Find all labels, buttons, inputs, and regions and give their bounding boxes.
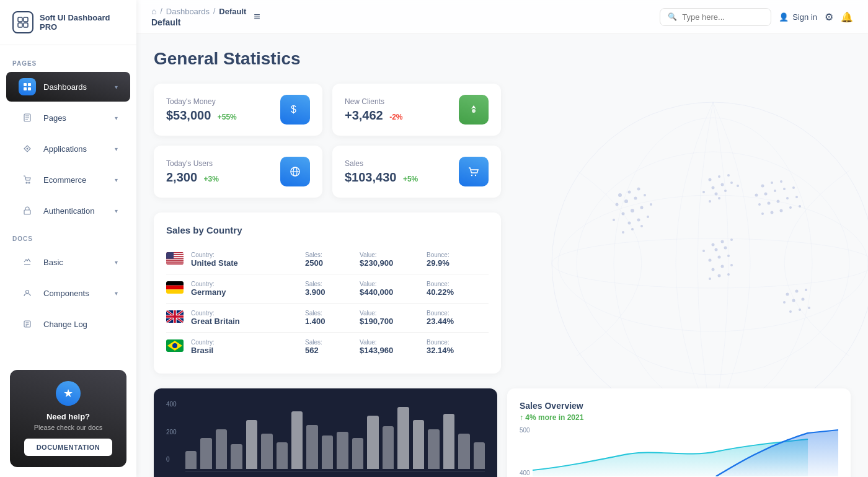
authentication-icon <box>19 202 36 219</box>
bounce-label: Bounce: <box>427 252 489 258</box>
svg-point-29 <box>637 188 640 191</box>
bar-chart-bars-area <box>185 401 485 472</box>
svg-point-35 <box>631 209 634 212</box>
settings-icon[interactable]: ⚙ <box>825 11 833 23</box>
authentication-chevron: ▾ <box>115 208 118 214</box>
svg-point-49 <box>721 183 724 186</box>
search-box[interactable]: 🔍 <box>660 8 771 26</box>
sidebar-item-authentication[interactable]: Authentication ▾ <box>6 196 130 225</box>
overview-y-400: 400 <box>520 470 530 476</box>
bar-chart-card: 400 200 0 <box>154 388 497 477</box>
country-label: Country: <box>191 310 300 317</box>
country-cell-gb: Country: Great Britain <box>191 310 300 326</box>
svg-point-27 <box>618 193 622 197</box>
sales-overview-percent: 4% more in 2021 <box>525 413 583 422</box>
bounce-cell-de: Bounce: 40.22% <box>427 281 489 297</box>
sidebar-item-basic[interactable]: Basic ▾ <box>6 247 130 277</box>
svg-point-51 <box>702 191 705 193</box>
sales-value-de: 3.900 <box>305 287 355 297</box>
y-label-200: 200 <box>166 429 177 435</box>
svg-point-14 <box>29 182 30 183</box>
svg-point-89 <box>799 205 801 208</box>
svg-point-53 <box>724 190 727 192</box>
bell-icon[interactable]: 🔔 <box>841 11 853 23</box>
search-input[interactable] <box>682 12 763 22</box>
sidebar-item-changelog[interactable]: Change Log <box>6 309 130 339</box>
home-icon[interactable]: ⌂ <box>151 6 156 16</box>
svg-rect-122 <box>166 286 184 290</box>
svg-rect-118 <box>166 263 184 264</box>
svg-point-100 <box>472 109 476 113</box>
stat-value-wrap-clients: +3,462 -2% <box>345 108 403 123</box>
country-name-us: United State <box>191 258 300 268</box>
documentation-button[interactable]: DOCUMENTATION <box>24 439 113 456</box>
dashboards-icon <box>19 78 36 95</box>
svg-point-22 <box>552 102 868 424</box>
sign-in-button[interactable]: 👤 Sign in <box>779 12 817 22</box>
bounce-label: Bounce: <box>427 339 489 346</box>
stat-value-users: 2,300 <box>166 170 197 184</box>
svg-point-83 <box>786 197 789 199</box>
overview-y-labels: 500 400 <box>520 427 530 476</box>
applications-chevron: ▾ <box>115 146 118 152</box>
dashboards-chevron: ▾ <box>115 84 118 90</box>
bar <box>306 425 317 469</box>
svg-rect-1 <box>24 17 28 22</box>
logo-icon <box>12 11 33 33</box>
svg-rect-123 <box>166 289 184 294</box>
svg-point-47 <box>727 174 730 177</box>
bounce-value-de: 40.22% <box>427 287 489 297</box>
ecommerce-icon <box>19 171 36 188</box>
svg-point-66 <box>712 268 715 271</box>
bounce-cell-gb: Bounce: 23.44% <box>427 310 489 326</box>
stat-value-wrap-money: $53,000 +55% <box>166 108 237 123</box>
bar <box>216 429 227 469</box>
stat-info-sales: Sales $103,430 +5% <box>345 159 418 185</box>
stat-value-sales: $103,430 <box>345 170 396 184</box>
sidebar-item-dashboards[interactable]: Dashboards ▾ <box>6 72 130 102</box>
bar <box>291 411 303 469</box>
bar <box>185 451 197 469</box>
svg-point-80 <box>758 203 761 206</box>
changelog-label: Change Log <box>43 320 87 329</box>
svg-point-71 <box>727 273 730 276</box>
stat-card-money: Today's Money $53,000 +55% $ <box>154 84 322 136</box>
stat-info-money: Today's Money $53,000 +55% <box>166 97 237 123</box>
basic-chevron: ▾ <box>115 259 118 266</box>
flag-de <box>166 281 186 296</box>
svg-point-72 <box>761 185 764 188</box>
svg-point-41 <box>647 216 649 218</box>
value-label: Value: <box>360 281 422 287</box>
bar <box>337 432 348 469</box>
svg-point-57 <box>712 243 715 247</box>
flag-us <box>166 252 186 267</box>
sidebar-item-components[interactable]: Components ▾ <box>6 278 130 308</box>
bar <box>231 444 242 469</box>
sidebar-item-pages[interactable]: Pages ▾ <box>6 103 130 133</box>
breadcrumb-dashboards[interactable]: Dashboards <box>166 7 210 16</box>
bar <box>277 442 288 469</box>
bar-chart-bars <box>185 407 485 469</box>
main-area: ⌂ / Dashboards / Default Default ≡ 🔍 👤 S… <box>136 0 868 477</box>
sidebar-item-applications[interactable]: Applications ▾ <box>6 134 130 164</box>
hamburger-menu-icon[interactable]: ≡ <box>254 11 260 24</box>
stat-card-clients: New Clients +3,462 -2% <box>332 84 501 136</box>
svg-point-81 <box>768 202 771 205</box>
stat-icon-clients <box>459 95 489 125</box>
svg-point-55 <box>709 200 711 203</box>
sidebar-item-ecommerce[interactable]: Ecommerce ▾ <box>6 165 130 195</box>
stats-row: Today's Money $53,000 +55% $ New Clients <box>154 84 501 198</box>
svg-point-85 <box>761 212 764 215</box>
bounce-cell-us: Bounce: 29.9% <box>427 252 489 268</box>
country-name-de: Germany <box>191 287 300 297</box>
stat-change-clients: -2% <box>389 113 402 121</box>
svg-rect-0 <box>18 17 22 22</box>
help-title: Need help? <box>20 412 117 421</box>
svg-point-127 <box>172 343 177 348</box>
svg-point-84 <box>795 196 798 198</box>
bar-chart-y-labels: 400 200 0 <box>166 401 177 463</box>
sales-by-country-title: Sales by Country <box>166 225 489 235</box>
svg-point-30 <box>616 203 619 206</box>
topbar-right: 🔍 👤 Sign in ⚙ 🔔 <box>660 8 853 26</box>
y-label-0: 0 <box>166 456 177 463</box>
